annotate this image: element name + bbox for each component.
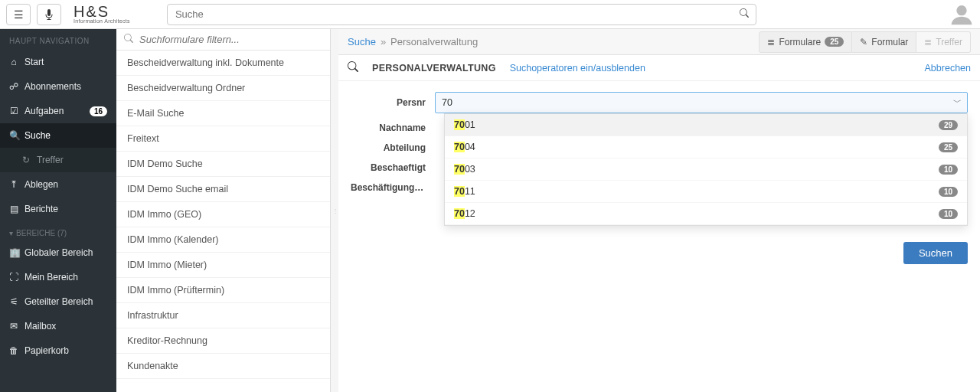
form-list-item[interactable]: Infrastruktur bbox=[116, 303, 330, 328]
count-badge: 25 bbox=[939, 142, 958, 152]
toolbar-treffer[interactable]: ≣Treffer bbox=[916, 31, 971, 53]
form-title: Personalverwaltung bbox=[372, 63, 496, 74]
rss-icon: ☍ bbox=[9, 81, 18, 92]
form-list-item[interactable]: IDM Immo (Kalender) bbox=[116, 227, 330, 253]
form-list[interactable]: Bescheidverwaltung inkl. DokumenteBesche… bbox=[116, 51, 330, 392]
svg-point-0 bbox=[956, 5, 966, 15]
sidebar-section-bereiche[interactable]: ▾Bereiche (7) bbox=[0, 221, 116, 240]
label-persnr: Persnr bbox=[351, 97, 435, 108]
sidebar-item-suche[interactable]: 🔍Suche bbox=[0, 123, 116, 148]
main-panel: Suche » Personalverwaltung ≣Formulare25 … bbox=[338, 29, 980, 392]
sidebar-item-berichte[interactable]: ▤Berichte bbox=[0, 197, 116, 221]
sidebar-item-papierkorb[interactable]: 🗑Papierkorb bbox=[0, 338, 116, 363]
logo: H&S Information Architects bbox=[74, 5, 130, 24]
persnr-input[interactable] bbox=[435, 92, 968, 113]
logo-subtitle: Information Architects bbox=[74, 18, 130, 24]
form-list-item[interactable]: Freitext bbox=[116, 126, 330, 152]
search-icon: 🔍 bbox=[9, 130, 18, 141]
book-icon: ▤ bbox=[9, 204, 18, 214]
form-body: Persnr ﹀ 700129700425700310701110701210 … bbox=[338, 81, 980, 213]
redo-icon: ↻ bbox=[21, 155, 31, 165]
user-avatar-icon[interactable] bbox=[949, 2, 974, 27]
splitter[interactable]: ⋮ bbox=[331, 29, 338, 392]
count-badge: 10 bbox=[939, 209, 958, 219]
sidebar-item-abonnements[interactable]: ☍Abonnements bbox=[0, 74, 116, 99]
hamburger-button[interactable]: ☰ bbox=[6, 4, 31, 25]
sidebar-item-start[interactable]: ⌂Start bbox=[0, 50, 116, 74]
mail-icon: ✉ bbox=[9, 321, 18, 332]
sidebar-item-mailbox[interactable]: ✉Mailbox bbox=[0, 314, 116, 338]
form-list-item[interactable]: Kundenakte bbox=[116, 354, 330, 379]
breadcrumb-bar: Suche » Personalverwaltung ≣Formulare25 … bbox=[338, 29, 980, 55]
formulare-badge: 25 bbox=[825, 37, 844, 47]
caret-icon: ▾ bbox=[9, 229, 13, 237]
sidebar-item-aufgaben[interactable]: ☑Aufgaben16 bbox=[0, 99, 116, 123]
sidebar-item-treffer[interactable]: ↻Treffer bbox=[0, 148, 116, 172]
form-list-item[interactable]: IDM Immo (Mieter) bbox=[116, 253, 330, 278]
form-list-item[interactable]: IDM Immo (Prüftermin) bbox=[116, 278, 330, 303]
count-badge: 10 bbox=[939, 165, 958, 175]
count-badge: 29 bbox=[939, 120, 958, 130]
form-list-item[interactable]: E-Mail Suche bbox=[116, 101, 330, 126]
check-icon: ☑ bbox=[9, 106, 18, 116]
toolbar-formular[interactable]: ✎Formular bbox=[852, 31, 916, 53]
breadcrumb-current: Personalverwaltung bbox=[390, 36, 478, 47]
form-list-item[interactable]: IDM Immo (GEO) bbox=[116, 202, 330, 227]
toolbar-formulare[interactable]: ≣Formulare25 bbox=[759, 31, 852, 53]
form-filter-input[interactable] bbox=[139, 34, 322, 45]
label-nachname: Nachname bbox=[351, 122, 435, 133]
trash-icon: 🗑 bbox=[9, 345, 18, 356]
upload-icon: ⤒ bbox=[9, 179, 18, 190]
form-list-item[interactable]: IDM Demo Suche email bbox=[116, 177, 330, 202]
breadcrumb-suche[interactable]: Suche bbox=[348, 36, 376, 47]
list-icon: ≣ bbox=[924, 37, 932, 47]
maximize-icon: ⛶ bbox=[9, 272, 18, 283]
mic-button[interactable] bbox=[37, 4, 61, 25]
sidebar-item-globaler-bereich[interactable]: 🏢Globaler Bereich bbox=[0, 240, 116, 265]
search-icon bbox=[124, 34, 133, 45]
form-list-panel: Bescheidverwaltung inkl. DokumenteBesche… bbox=[116, 29, 331, 392]
count-badge: 10 bbox=[939, 187, 958, 197]
form-list-item[interactable]: IDM Demo Suche bbox=[116, 152, 330, 177]
home-icon: ⌂ bbox=[9, 57, 18, 67]
operators-toggle-link[interactable]: Suchoperatoren ein/ausblenden bbox=[510, 63, 645, 74]
form-list-item[interactable]: Bescheidverwaltung Ordner bbox=[116, 76, 330, 101]
edit-icon: ✎ bbox=[860, 37, 867, 47]
search-icon[interactable] bbox=[733, 8, 756, 20]
label-abteilung: Abteilung bbox=[351, 142, 435, 153]
global-search-input[interactable] bbox=[168, 8, 733, 20]
breadcrumb-sep: » bbox=[381, 36, 386, 47]
autocomplete-item[interactable]: 700425 bbox=[445, 136, 967, 158]
share-icon: ⚟ bbox=[9, 296, 18, 307]
form-list-filter bbox=[116, 29, 330, 51]
building-icon: 🏢 bbox=[9, 247, 18, 258]
autocomplete-item[interactable]: 701110 bbox=[445, 181, 967, 203]
persnr-autocomplete-dropdown: 700129700425700310701110701210 bbox=[444, 113, 968, 226]
label-beschaeftigung: Beschäftigung__... bbox=[351, 182, 435, 193]
aufgaben-badge: 16 bbox=[90, 106, 107, 116]
search-icon bbox=[348, 61, 358, 74]
autocomplete-item[interactable]: 700129 bbox=[445, 114, 967, 136]
sidebar-item-mein-bereich[interactable]: ⛶Mein Bereich bbox=[0, 265, 116, 289]
form-header: Personalverwaltung Suchoperatoren ein/au… bbox=[338, 55, 980, 81]
form-list-item[interactable]: Kreditor-Rechnung bbox=[116, 328, 330, 354]
search-button[interactable]: Suchen bbox=[903, 242, 968, 264]
cancel-link[interactable]: Abbrechen bbox=[925, 63, 971, 74]
form-list-item[interactable]: Bescheidverwaltung inkl. Dokumente bbox=[116, 51, 330, 76]
autocomplete-item[interactable]: 700310 bbox=[445, 158, 967, 181]
sidebar-item-geteilter-bereich[interactable]: ⚟Geteilter Bereich bbox=[0, 289, 116, 314]
list-icon: ≣ bbox=[767, 37, 775, 47]
sidebar-section-main: Haupt Navigation bbox=[0, 29, 116, 50]
topbar: ☰ H&S Information Architects bbox=[0, 0, 980, 29]
logo-text: H&S bbox=[74, 5, 109, 18]
sidebar-item-ablegen[interactable]: ⤒Ablegen bbox=[0, 172, 116, 197]
sidebar: Haupt Navigation ⌂Start ☍Abonnements ☑Au… bbox=[0, 29, 116, 392]
global-search[interactable] bbox=[167, 4, 756, 25]
autocomplete-item[interactable]: 701210 bbox=[445, 203, 967, 225]
label-beschaeftigt: Beschaeftigt bbox=[351, 162, 435, 173]
